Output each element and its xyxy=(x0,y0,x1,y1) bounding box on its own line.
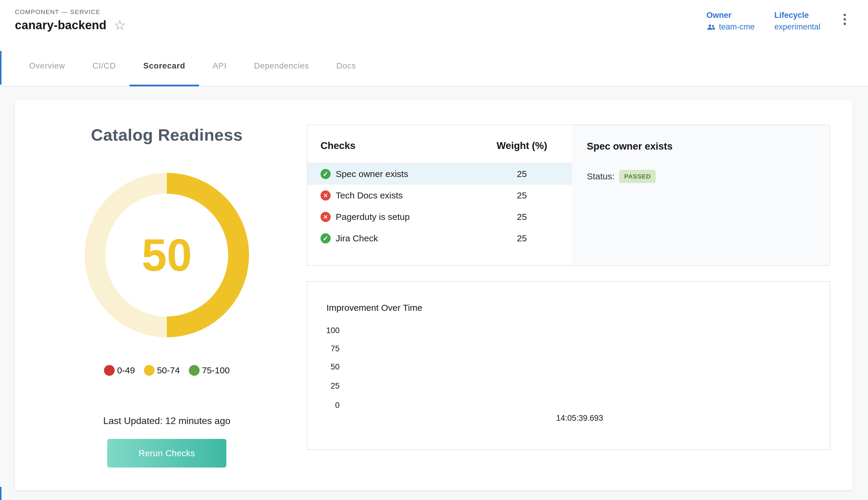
legend-dot-yellow xyxy=(144,365,154,376)
readiness-title: Catalog Readiness xyxy=(91,125,243,145)
legend-dot-green xyxy=(189,365,199,376)
more-options-button[interactable] xyxy=(840,11,849,28)
legend-dot-red xyxy=(104,365,115,376)
check-circle-icon: ✓ xyxy=(321,169,331,179)
page: { "header": { "breadcrumb": "COMPONENT —… xyxy=(0,0,868,500)
status-badge: PASSED xyxy=(619,170,656,183)
favorite-star-icon[interactable]: ☆ xyxy=(114,18,126,32)
left-edge-accent-bottom xyxy=(0,487,1,500)
check-row[interactable]: × Tech Docs exists 25 xyxy=(308,185,572,206)
check-status-row: Status: PASSED xyxy=(587,170,818,183)
gauge-hole: 50 xyxy=(105,194,228,316)
lifecycle-value: experimental xyxy=(774,22,820,32)
scorecard-detail-column: Checks Weight (%) ✓ Spec owner exists 25… xyxy=(307,100,853,490)
tab-bar: Overview CI/CD Scorecard API Dependencie… xyxy=(0,47,868,87)
readiness-summary: Catalog Readiness 50 0-49 50-74 75-100 xyxy=(15,100,307,490)
rerun-checks-button[interactable]: Rerun Checks xyxy=(107,439,227,467)
legend-label: 0-49 xyxy=(117,365,135,375)
check-weight-value: 25 xyxy=(483,212,560,222)
entity-header-left: COMPONENT — SERVICE canary-backend ☆ xyxy=(15,8,126,32)
y-axis-tick-50: 50 xyxy=(308,362,339,372)
gauge-score: 50 xyxy=(141,232,192,278)
x-circle-icon: × xyxy=(321,212,331,222)
people-group-icon xyxy=(706,24,716,31)
tab-overview[interactable]: Overview xyxy=(15,47,79,87)
check-weight-value: 25 xyxy=(483,190,560,201)
left-edge-accent-top xyxy=(0,51,1,84)
page-title: canary-backend xyxy=(15,19,106,32)
check-weight-value: 25 xyxy=(483,169,560,179)
tab-cicd[interactable]: CI/CD xyxy=(79,47,130,87)
y-axis-tick-75: 75 xyxy=(308,344,339,353)
tab-docs[interactable]: Docs xyxy=(323,47,370,87)
title-row: canary-backend ☆ xyxy=(15,19,126,32)
check-detail-panel: Spec owner exists Status: PASSED xyxy=(572,125,830,265)
check-row[interactable]: ✓ Spec owner exists 25 xyxy=(308,163,572,185)
check-detail-title: Spec owner exists xyxy=(587,141,818,152)
tab-dependencies[interactable]: Dependencies xyxy=(240,47,323,87)
y-axis-tick-25: 25 xyxy=(308,382,339,391)
legend-item-low: 0-49 xyxy=(104,365,135,376)
tab-scorecard[interactable]: Scorecard xyxy=(130,47,199,87)
checks-panel: Checks Weight (%) ✓ Spec owner exists 25… xyxy=(307,125,830,266)
breadcrumb: COMPONENT — SERVICE xyxy=(15,8,126,15)
check-name-label: Pagerduty is setup xyxy=(336,212,483,222)
check-row[interactable]: × Pagerduty is setup 25 xyxy=(308,206,572,228)
x-axis-tick: 14:05:39.693 xyxy=(556,413,603,423)
checks-table-header: Checks Weight (%) xyxy=(308,125,572,163)
check-name-label: Jira Check xyxy=(336,233,483,243)
tab-api[interactable]: API xyxy=(199,47,240,87)
legend-label: 75-100 xyxy=(202,365,230,375)
check-name-label: Tech Docs exists xyxy=(336,190,483,201)
legend-label: 50-74 xyxy=(157,365,180,375)
check-weight-value: 25 xyxy=(483,233,560,243)
main-content: Catalog Readiness 50 0-49 50-74 75-100 xyxy=(0,87,868,490)
status-label: Status: xyxy=(587,171,614,181)
y-axis-tick-100: 100 xyxy=(308,326,339,335)
checks-column-header-name: Checks xyxy=(321,140,483,151)
owner-label: Owner xyxy=(706,11,754,20)
checks-table: Checks Weight (%) ✓ Spec owner exists 25… xyxy=(308,125,572,265)
owner-value-link[interactable]: team-cme xyxy=(706,22,754,32)
checks-column-header-weight: Weight (%) xyxy=(483,140,560,151)
score-legend: 0-49 50-74 75-100 xyxy=(104,365,230,376)
y-axis-tick-0: 0 xyxy=(308,401,339,410)
lifecycle-info: Lifecycle experimental xyxy=(774,11,820,32)
check-row[interactable]: ✓ Jira Check 25 xyxy=(308,228,572,249)
scorecard-card: Catalog Readiness 50 0-49 50-74 75-100 xyxy=(15,100,853,490)
readiness-gauge: 50 xyxy=(84,173,249,337)
entity-header-right: Owner team-cme Lifecycle experimental xyxy=(706,8,849,32)
owner-info: Owner team-cme xyxy=(706,11,754,32)
last-updated-text: Last Updated: 12 minutes ago xyxy=(103,416,231,427)
improvement-chart-panel: Improvement Over Time 100 75 50 25 0 14:… xyxy=(307,281,830,450)
chart-title: Improvement Over Time xyxy=(326,303,423,313)
check-circle-icon: ✓ xyxy=(321,233,331,243)
legend-item-mid: 50-74 xyxy=(144,365,180,376)
legend-item-high: 75-100 xyxy=(189,365,230,376)
x-circle-icon: × xyxy=(321,190,331,201)
check-name-label: Spec owner exists xyxy=(336,169,483,179)
entity-header: COMPONENT — SERVICE canary-backend ☆ Own… xyxy=(0,0,868,47)
owner-team-name: team-cme xyxy=(719,22,754,32)
lifecycle-label: Lifecycle xyxy=(774,11,820,20)
